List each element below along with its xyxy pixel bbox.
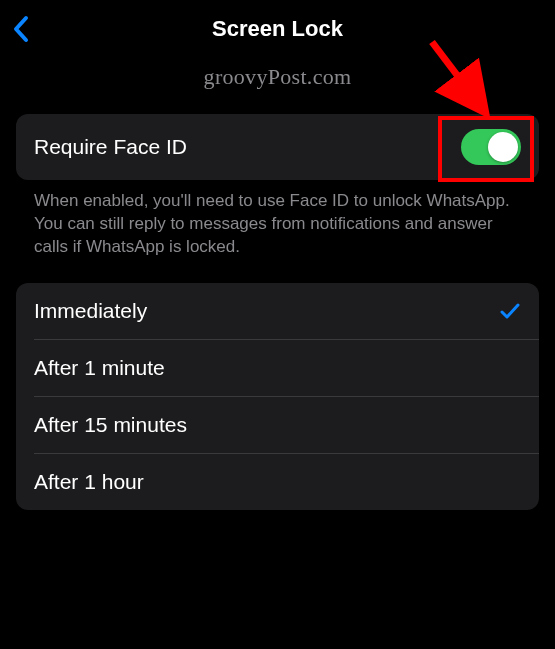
timing-option-row[interactable]: Immediately <box>16 283 539 339</box>
require-face-id-label: Require Face ID <box>34 135 187 159</box>
watermark-text: groovyPost.com <box>0 64 555 90</box>
timing-option-label: After 1 minute <box>34 356 165 380</box>
toggle-knob <box>488 132 518 162</box>
timing-option-label: After 1 hour <box>34 470 144 494</box>
face-id-row-group: Require Face ID <box>16 114 539 180</box>
chevron-left-icon <box>12 15 29 43</box>
face-id-toggle[interactable] <box>461 129 521 165</box>
require-face-id-row[interactable]: Require Face ID <box>16 114 539 180</box>
header: Screen Lock <box>0 0 555 58</box>
timing-option-row[interactable]: After 15 minutes <box>16 397 539 453</box>
timing-option-row[interactable]: After 1 minute <box>16 340 539 396</box>
timing-option-label: Immediately <box>34 299 147 323</box>
timing-row-group: ImmediatelyAfter 1 minuteAfter 15 minute… <box>16 283 539 510</box>
face-id-section: Require Face ID When enabled, you'll nee… <box>16 114 539 283</box>
timing-option-label: After 15 minutes <box>34 413 187 437</box>
page-title: Screen Lock <box>212 16 343 42</box>
back-button[interactable] <box>12 15 29 43</box>
face-id-helper-text: When enabled, you'll need to use Face ID… <box>16 180 539 283</box>
timing-section: ImmediatelyAfter 1 minuteAfter 15 minute… <box>16 283 539 510</box>
checkmark-icon <box>499 300 521 322</box>
timing-option-row[interactable]: After 1 hour <box>16 454 539 510</box>
